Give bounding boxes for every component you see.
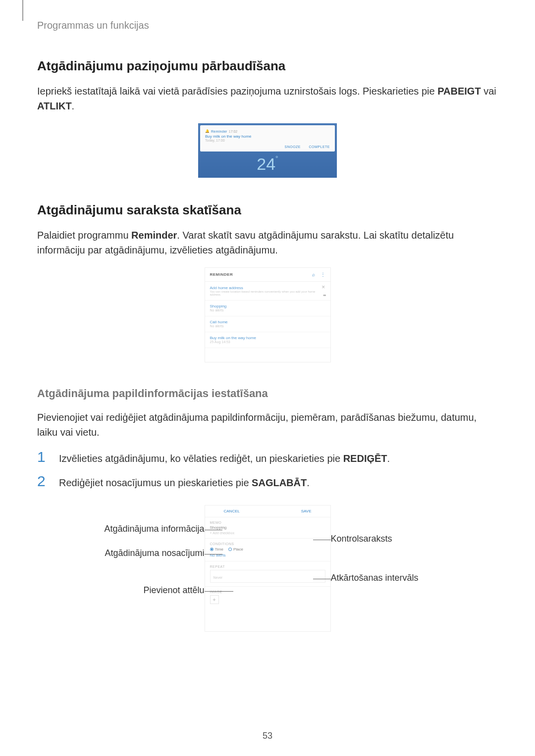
callout-info: Atgādinājuma informācija	[66, 524, 205, 534]
figure-reminder-list: REMINDER ⌕ ⋮ Add home address You can cr…	[205, 267, 331, 362]
step-bold: REDIĢĒT	[343, 453, 387, 464]
memo-section: MEMO Shopping Add checkbox	[205, 517, 330, 538]
step-end: .	[387, 453, 390, 464]
callout-label: Atgādinājuma informācija	[104, 524, 204, 534]
no-alerts[interactable]: No alerts	[210, 553, 325, 557]
cancel-button[interactable]: CANCEL	[224, 509, 240, 513]
section2-bold: Reminder	[131, 230, 177, 241]
radio-label: Place	[233, 547, 243, 552]
card-sub: You can create location-based reminders …	[210, 290, 325, 296]
step-number: 1	[37, 449, 49, 465]
more-icon[interactable]: ⋮	[321, 272, 325, 277]
close-icon[interactable]: ✕	[321, 285, 325, 290]
add-image-button[interactable]: +	[210, 595, 219, 604]
repeat-section: REPEAT Never	[205, 561, 330, 586]
section2-title: Atgādinājumu saraksta skatīšana	[37, 202, 498, 218]
repeat-value: Never	[214, 576, 223, 579]
callout-label: Atgādinājuma nosacījumi	[105, 548, 204, 558]
add-home-card[interactable]: Add home address You can create location…	[205, 282, 330, 301]
section1-bold1: PABEIGT	[437, 86, 481, 97]
section1-or: vai	[481, 86, 496, 97]
section1-end: .	[72, 101, 75, 111]
item-title: Call home	[210, 320, 325, 324]
clock-time: 24	[257, 154, 275, 173]
notif-time: 17:02	[229, 130, 238, 133]
card-title: Add home address	[210, 286, 325, 290]
radio-label: Time	[215, 547, 223, 552]
callout-label: Kontrolsaraksts	[331, 534, 392, 544]
step-number: 2	[37, 473, 49, 490]
notif-app: Reminder	[211, 130, 227, 133]
radio-time[interactable]: Time	[210, 547, 223, 552]
conditions-section: CONDITIONS Time Place No alerts	[205, 538, 330, 561]
step-2: 2 Rediģējiet nosacījumus un pieskarietie…	[37, 473, 498, 490]
notification-card: 🔔 Reminder 17:02 Buy milk on the way hom…	[200, 125, 335, 151]
list-item[interactable]: Call home No alerts	[205, 316, 330, 332]
save-button[interactable]: SAVE	[301, 509, 312, 513]
repeat-label: REPEAT	[210, 565, 325, 568]
item-sub: No alerts	[210, 308, 325, 312]
callout-add-image: Pievienot attēlu	[66, 585, 205, 596]
step-1: 1 Izvēlieties atgādinājumu, ko vēlaties …	[37, 449, 498, 466]
step-text: Izvēlieties atgādinājumu, ko vēlaties re…	[59, 453, 343, 464]
page-number: 53	[0, 731, 535, 741]
step-end: .	[307, 477, 310, 488]
step-bold: SAGLABĀT	[252, 477, 307, 488]
section2-text-before: Palaidiet programmu	[37, 230, 131, 241]
degree-icon: °	[275, 154, 278, 162]
image-section: IMAGE +	[205, 586, 330, 607]
page-header: Programmas un funkcijas	[37, 20, 498, 31]
item-title: Buy milk on the way home	[210, 336, 325, 340]
radio-place[interactable]: Place	[228, 547, 243, 552]
figure-edit-reminder: CANCEL SAVE MEMO Shopping Add checkbox C…	[205, 505, 331, 632]
memo-label: MEMO	[210, 521, 325, 524]
item-title: Shopping	[210, 304, 325, 308]
callout-label: Atkārtošanas intervāls	[331, 573, 419, 583]
callout-checklist: Kontrolsaraksts	[331, 534, 470, 544]
bell-icon: 🔔	[205, 129, 210, 133]
callout-repeat-interval: Atkārtošanas intervāls	[331, 573, 470, 583]
list-item[interactable]: Buy milk on the way home 25 Aug 14:53	[205, 332, 330, 348]
reminder-list-title: REMINDER	[210, 272, 233, 277]
notif-title: Buy milk on the way home	[205, 134, 330, 139]
section1-paragraph: Iepriekš iestatītajā laikā vai vietā par…	[37, 84, 498, 113]
item-sub: 25 Aug 14:53	[210, 340, 325, 344]
list-item[interactable]: Shopping No alerts	[205, 301, 330, 316]
add-checkbox[interactable]: Add checkbox	[210, 531, 325, 535]
search-icon[interactable]: ⌕	[312, 272, 315, 277]
memo-value[interactable]: Shopping	[210, 525, 325, 530]
section1-text: Iepriekš iestatītajā laikā vai vietā par…	[37, 86, 437, 97]
callout-label: Pievienot attēlu	[143, 585, 204, 595]
subsection-paragraph: Pievienojiet vai rediģējiet atgādinājuma…	[37, 410, 498, 440]
section1-title: Atgādinājumu paziņojumu pārbaudīšana	[37, 58, 498, 74]
section1-bold2: ATLIKT	[37, 101, 72, 111]
conditions-label: CONDITIONS	[210, 542, 325, 546]
section2-paragraph: Palaidiet programmu Reminder. Varat skat…	[37, 228, 498, 257]
callout-conditions: Atgādinājuma nosacījumi	[66, 548, 205, 558]
card-menu-icon[interactable]: •••	[323, 293, 325, 298]
step-text: Rediģējiet nosacījumus un pieskarieties …	[59, 477, 252, 488]
notif-sub: Today, 17:00	[205, 139, 330, 142]
home-clock: 24°	[198, 153, 337, 178]
repeat-select[interactable]: Never	[210, 570, 325, 583]
complete-button[interactable]: COMPLETE	[309, 145, 330, 149]
figure-notification: 🔔 Reminder 17:02 Buy milk on the way hom…	[198, 123, 337, 178]
item-sub: No alerts	[210, 324, 325, 328]
subsection-title: Atgādinājuma papildinformācijas iestatīš…	[37, 387, 498, 400]
snooze-button[interactable]: SNOOZE	[284, 145, 301, 149]
